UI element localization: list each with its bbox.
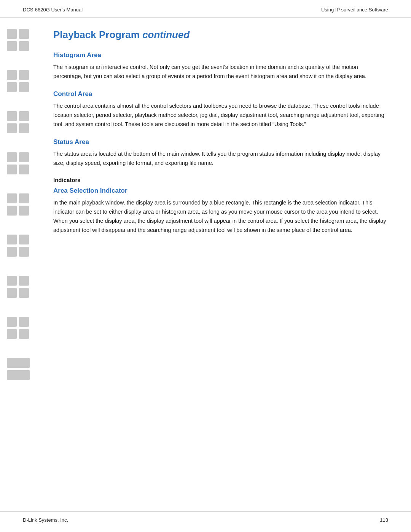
sidebar-rect bbox=[7, 152, 17, 162]
content-area: Playback Program continued Histogram Are… bbox=[49, 18, 411, 388]
section-title-indicators: Indicators bbox=[53, 177, 388, 183]
section-title-status: Status Area bbox=[53, 138, 388, 146]
section-area-selection: Area Selection Indicator In the main pla… bbox=[53, 187, 388, 235]
sidebar-rect bbox=[19, 235, 29, 244]
sidebar-rect bbox=[19, 193, 29, 203]
section-control: Control Area The control area contains a… bbox=[53, 90, 388, 129]
header-right: Using IP surveillance Software bbox=[321, 7, 388, 13]
sidebar-rect bbox=[19, 152, 29, 162]
sidebar-rect bbox=[19, 317, 29, 327]
sidebar-rect bbox=[19, 247, 29, 257]
section-title-area-selection: Area Selection Indicator bbox=[53, 187, 388, 195]
sidebar-rect bbox=[7, 193, 17, 203]
section-body-area-selection: In the main playback window, the display… bbox=[53, 198, 388, 235]
sidebar-rect bbox=[7, 235, 17, 244]
page-footer: D-Link Systems, Inc. 113 bbox=[0, 511, 411, 523]
sidebar-rect bbox=[19, 82, 29, 92]
footer-left: D-Link Systems, Inc. bbox=[23, 517, 68, 523]
section-body-status: The status area is located at the bottom… bbox=[53, 150, 388, 168]
sidebar-rect bbox=[7, 165, 17, 174]
section-body-control: The control area contains almost all the… bbox=[53, 102, 388, 129]
sidebar-rect bbox=[7, 82, 17, 92]
sidebar-rect bbox=[7, 276, 17, 286]
sidebar-rect bbox=[19, 111, 29, 121]
sidebar-rect bbox=[7, 70, 17, 80]
sidebar-rect bbox=[19, 276, 29, 286]
sidebar-rect bbox=[7, 123, 17, 133]
sidebar-rect bbox=[7, 206, 17, 216]
sidebar-rect bbox=[19, 123, 29, 133]
sidebar-rect bbox=[7, 317, 17, 327]
sidebar-rect bbox=[19, 329, 29, 339]
sidebar-rect bbox=[7, 358, 30, 368]
sidebar-rect bbox=[7, 370, 30, 380]
sidebar-rect bbox=[19, 29, 29, 39]
sidebar-decorations bbox=[0, 18, 49, 388]
section-title-control: Control Area bbox=[53, 90, 388, 98]
sidebar-rect bbox=[19, 288, 29, 298]
sidebar-rect bbox=[7, 288, 17, 298]
section-title-histogram: Histogram Area bbox=[53, 51, 388, 59]
page-title: Playback Program continued bbox=[53, 29, 388, 41]
section-indicators: Indicators bbox=[53, 177, 388, 183]
sidebar-rect bbox=[7, 111, 17, 121]
sidebar-rect bbox=[19, 41, 29, 51]
sidebar-rect bbox=[7, 247, 17, 257]
sidebar-rect bbox=[19, 70, 29, 80]
section-status: Status Area The status area is located a… bbox=[53, 138, 388, 168]
sidebar-rect bbox=[7, 329, 17, 339]
footer-right: 113 bbox=[380, 517, 388, 523]
sidebar-rect bbox=[7, 29, 17, 39]
sidebar-rect bbox=[19, 165, 29, 174]
sidebar-rect bbox=[19, 206, 29, 216]
section-histogram: Histogram Area The histogram is an inter… bbox=[53, 51, 388, 81]
page-header: DCS-6620G User's Manual Using IP surveil… bbox=[0, 0, 411, 18]
sidebar-rect bbox=[7, 41, 17, 51]
section-body-histogram: The histogram is an interactive control.… bbox=[53, 63, 388, 81]
header-left: DCS-6620G User's Manual bbox=[23, 7, 83, 13]
